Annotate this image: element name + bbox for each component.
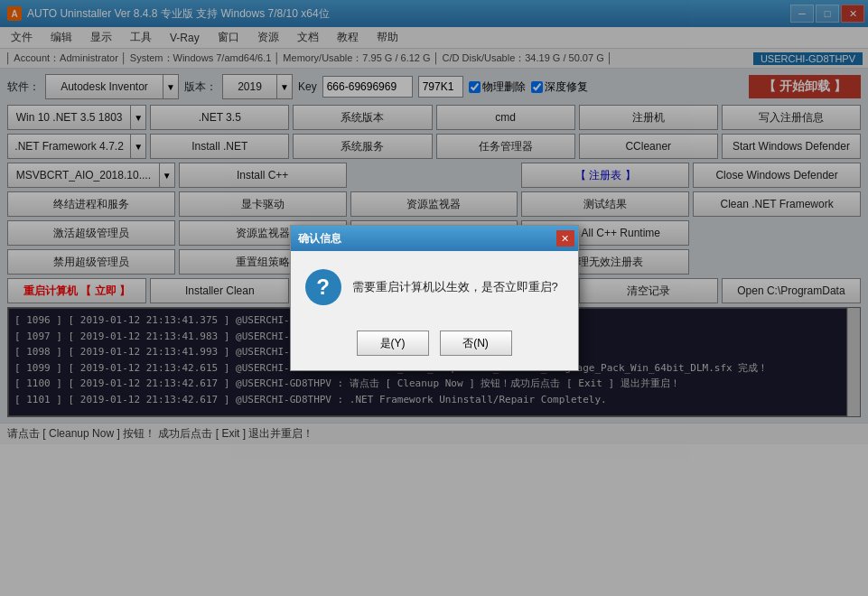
dialog-overlay: 确认信息 ✕ ? 需要重启计算机以生效，是否立即重启? 是(Y) 否(N) (0, 0, 868, 596)
dialog-yes-button[interactable]: 是(Y) (357, 331, 429, 356)
dialog-title-text: 确认信息 (298, 231, 341, 247)
confirm-dialog: 确认信息 ✕ ? 需要重启计算机以生效，是否立即重启? 是(Y) 否(N) (290, 225, 579, 371)
dialog-close-button[interactable]: ✕ (556, 230, 574, 247)
dialog-title-bar: 确认信息 ✕ (291, 226, 578, 251)
dialog-no-button[interactable]: 否(N) (440, 331, 512, 356)
dialog-body: ? 需要重启计算机以生效，是否立即重启? (291, 251, 578, 323)
dialog-question-icon: ? (305, 269, 341, 305)
dialog-message: 需要重启计算机以生效，是否立即重启? (352, 278, 558, 296)
dialog-buttons: 是(Y) 否(N) (291, 323, 578, 370)
